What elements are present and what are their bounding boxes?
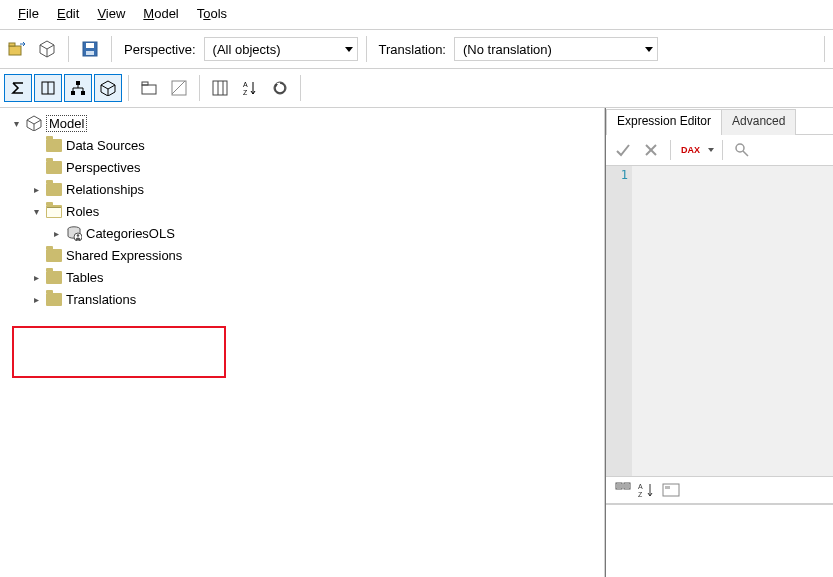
editor-body[interactable]: [632, 166, 833, 476]
perspective-combo[interactable]: (All objects): [204, 37, 358, 61]
menu-edit[interactable]: Edit: [57, 6, 79, 21]
translation-label: Translation:: [379, 42, 446, 57]
expander-open-icon[interactable]: ▾: [10, 118, 22, 129]
toolbar-separator: [199, 75, 200, 101]
tree-label: Model: [46, 115, 87, 132]
folder-icon: [46, 183, 62, 196]
tree-label: Relationships: [66, 182, 144, 197]
folder-icon: [46, 249, 62, 262]
expander-open-icon[interactable]: ▾: [30, 206, 42, 217]
tab-advanced[interactable]: Advanced: [721, 109, 796, 135]
expander-closed-icon[interactable]: ▸: [30, 294, 42, 305]
svg-rect-11: [81, 91, 85, 95]
tree-panel: ▾ Model Data Sources Perspec: [0, 108, 605, 577]
expander-closed-icon[interactable]: ▸: [30, 272, 42, 283]
workspace: ▾ Model Data Sources Perspec: [0, 108, 833, 577]
tab-expression-editor[interactable]: Expression Editor: [606, 109, 722, 135]
expression-editor-area[interactable]: 1: [606, 166, 833, 477]
svg-point-32: [736, 144, 744, 152]
toolbar-separator: [366, 36, 367, 62]
perspective-label: Perspective:: [124, 42, 196, 57]
columns-icon[interactable]: [34, 74, 62, 102]
properties-area: [606, 504, 833, 577]
toolbar-separator: [300, 75, 301, 101]
model-cube-icon: [26, 115, 42, 131]
svg-rect-37: [624, 483, 630, 489]
folder-icon: [46, 161, 62, 174]
svg-rect-0: [9, 46, 21, 55]
toolbar-separator: [111, 36, 112, 62]
grid-icon[interactable]: [206, 74, 234, 102]
svg-rect-15: [142, 82, 148, 85]
tree-node-roles[interactable]: ▾ Roles: [28, 200, 604, 222]
expander-closed-icon[interactable]: ▸: [50, 228, 62, 239]
measure-view-icon[interactable]: [165, 74, 193, 102]
translation-combo[interactable]: (No translation): [454, 37, 658, 61]
expander-closed-icon[interactable]: ▸: [30, 184, 42, 195]
save-icon[interactable]: [77, 36, 103, 62]
sigma-icon[interactable]: [4, 74, 32, 102]
svg-point-23: [274, 82, 286, 94]
toolbar-separator: [824, 36, 825, 62]
svg-text:A: A: [243, 81, 248, 88]
folder-open-icon: [46, 205, 62, 218]
dax-formatter-icon[interactable]: DAX: [679, 139, 702, 161]
accept-icon[interactable]: [612, 139, 634, 161]
svg-rect-1: [9, 43, 15, 46]
menu-bar: File Edit View Model Tools: [0, 0, 833, 29]
chevron-down-icon: [345, 47, 353, 52]
tree-node-categories-ols[interactable]: ▸ CategoriesOLS: [48, 222, 604, 244]
sort-alpha-icon[interactable]: AZ: [236, 74, 264, 102]
property-pages-icon[interactable]: [660, 479, 682, 501]
svg-text:Z: Z: [243, 89, 248, 96]
gutter-line-number: 1: [606, 168, 628, 182]
menu-view[interactable]: View: [97, 6, 125, 21]
right-tabs: Expression Editor Advanced: [606, 108, 833, 135]
tree-node-relationships[interactable]: ▸ Relationships: [28, 178, 604, 200]
svg-text:A: A: [638, 483, 643, 490]
dax-label: DAX: [681, 146, 700, 154]
deploy-icon[interactable]: [34, 36, 60, 62]
chevron-down-icon: [645, 47, 653, 52]
menu-model[interactable]: Model: [143, 6, 178, 21]
highlight-box: [12, 326, 226, 378]
tree-label: Data Sources: [66, 138, 145, 153]
tree-node-tables[interactable]: ▸ Tables: [28, 266, 604, 288]
refresh-icon[interactable]: [266, 74, 294, 102]
folder-icon: [46, 271, 62, 284]
tree-label: Shared Expressions: [66, 248, 182, 263]
right-panel: Expression Editor Advanced DAX 1: [605, 108, 833, 577]
svg-line-17: [172, 81, 185, 94]
categorized-icon[interactable]: [612, 479, 634, 501]
tree-label: CategoriesOLS: [86, 226, 175, 241]
expression-toolbar: DAX: [606, 135, 833, 166]
svg-rect-34: [616, 483, 622, 489]
search-icon[interactable]: [731, 139, 753, 161]
tree-node-translations[interactable]: ▸ Translations: [28, 288, 604, 310]
tree-node-shared-expressions[interactable]: Shared Expressions: [28, 244, 604, 266]
tree-node-perspectives[interactable]: Perspectives: [28, 156, 604, 178]
menu-file[interactable]: File: [18, 6, 39, 21]
toolbar-separator: [68, 36, 69, 62]
svg-rect-43: [665, 486, 670, 489]
cancel-icon[interactable]: [640, 139, 662, 161]
alphabetical-icon[interactable]: AZ: [638, 479, 656, 501]
role-icon: [66, 225, 82, 241]
hierarchy-icon[interactable]: [64, 74, 92, 102]
svg-line-33: [743, 151, 748, 156]
menu-tools[interactable]: Tools: [197, 6, 227, 21]
tree-label: Perspectives: [66, 160, 140, 175]
svg-rect-18: [213, 81, 227, 95]
folder-icon: [46, 293, 62, 306]
tree-node-model[interactable]: ▾ Model: [8, 112, 604, 134]
folder-icon: [46, 139, 62, 152]
main-toolbar: Perspective: (All objects) Translation: …: [0, 29, 833, 69]
svg-rect-14: [142, 85, 156, 94]
view-toolbar: AZ: [0, 69, 833, 108]
open-icon[interactable]: [4, 36, 30, 62]
folder-view-icon[interactable]: [135, 74, 163, 102]
chevron-down-icon[interactable]: [708, 148, 714, 152]
tree-node-data-sources[interactable]: Data Sources: [28, 134, 604, 156]
cube-icon[interactable]: [94, 74, 122, 102]
toolbar-separator: [722, 140, 723, 160]
